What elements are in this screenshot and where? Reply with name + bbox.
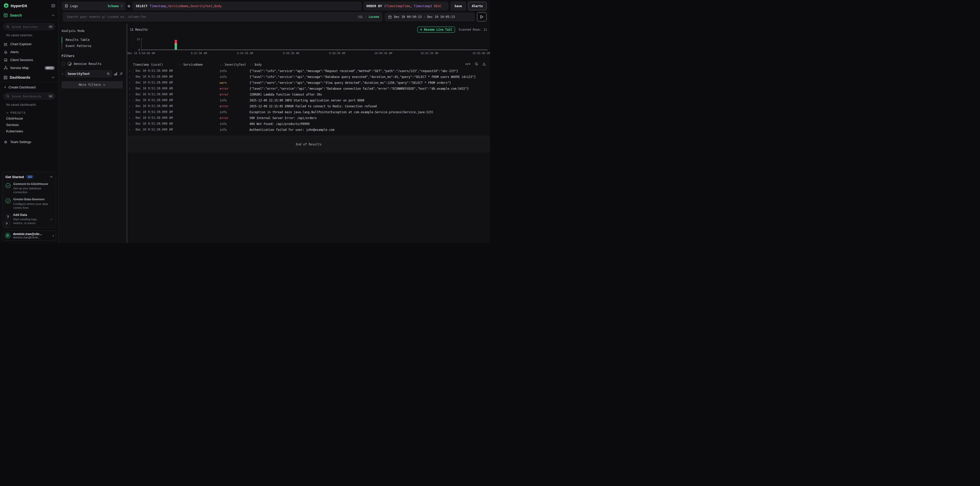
- presets-toggle[interactable]: PRESETS: [0, 108, 58, 115]
- get-started-header[interactable]: Get Started 2/3: [5, 175, 53, 179]
- histogram-bar[interactable]: [175, 39, 177, 49]
- row-expand-icon[interactable]: ›: [129, 93, 133, 96]
- table-row[interactable]: ›Dec 10 9:51:30.000 AMinfo{"level":"info…: [127, 74, 490, 80]
- column-header-body[interactable]: ⋮⋮Body: [250, 63, 490, 67]
- step-create-data-sources[interactable]: Create Data Sources Configure where your…: [5, 198, 53, 210]
- row-expand-icon[interactable]: ›: [129, 99, 133, 102]
- preset-kubernetes[interactable]: Kubernetes: [0, 128, 58, 134]
- y-axis-max-label: 12: [136, 38, 140, 41]
- mode-results-table[interactable]: Results Table: [62, 37, 123, 43]
- sidebar-item-label: Chart Explorer: [10, 42, 32, 46]
- create-dashboard-label: Create Dashboard: [8, 85, 35, 89]
- row-expand-icon[interactable]: ›: [129, 110, 133, 114]
- row-expand-icon[interactable]: ›: [129, 122, 133, 126]
- source-select[interactable]: Logs Schema: [62, 2, 126, 10]
- table-row[interactable]: ›Dec 10 9:51:30.000 AMerror2025-12-09 22…: [127, 103, 490, 109]
- wrap-text-icon[interactable]: [474, 62, 478, 66]
- row-expand-icon[interactable]: ›: [129, 87, 133, 91]
- saved-dashboards-input[interactable]: ⌘K: [3, 93, 55, 100]
- sidebar-item-client-sessions[interactable]: Client Sessions: [0, 56, 58, 64]
- table-row[interactable]: ›Dec 10 9:51:30.000 AMinfoException in t…: [127, 109, 490, 115]
- download-icon[interactable]: [482, 62, 486, 66]
- save-button[interactable]: Save: [451, 2, 466, 10]
- preset-services[interactable]: Services: [0, 122, 58, 128]
- saved-dashboards-field[interactable]: [11, 94, 46, 98]
- resume-live-tail-button[interactable]: Resume Live Tail: [417, 27, 455, 33]
- denoise-results-toggle[interactable]: Denoise Results: [62, 62, 123, 66]
- lucene-toggle[interactable]: Lucene: [369, 15, 379, 19]
- row-severity: info: [220, 69, 250, 73]
- chevron-up-icon[interactable]: [52, 14, 55, 16]
- row-expand-icon[interactable]: ›: [129, 75, 133, 79]
- live-tail-label: Resume Live Tail: [424, 28, 452, 32]
- row-body: {"level":"warn","service":"api","message…: [250, 81, 490, 84]
- search-icon[interactable]: [107, 72, 110, 75]
- pin-icon[interactable]: [119, 72, 123, 76]
- database-icon: [65, 4, 68, 8]
- step-connect-clickhouse[interactable]: Connect to ClickHouse Set up your databa…: [5, 182, 53, 194]
- row-expand-icon[interactable]: ›: [129, 128, 133, 132]
- sql-toggle[interactable]: SQL: [358, 15, 363, 19]
- column-header-severitytext[interactable]: ⋮⋮SeverityText: [220, 63, 250, 67]
- user-card[interactable]: D dominic.tran@clic... dominic.tran@clic…: [2, 231, 56, 241]
- row-body: 500 Internal Server Error: /api/orders: [250, 116, 490, 120]
- event-search-input[interactable]: [67, 15, 356, 19]
- row-severity: info: [220, 75, 250, 79]
- sidebar-item-chart-explorer[interactable]: Chart Explorer: [0, 40, 58, 48]
- orderby-input[interactable]: ORDER BY (TimestampTime, Timestamp) DESC: [364, 2, 449, 10]
- select-tokens: Timestamp,ServiceName,SeverityText,Body: [150, 4, 222, 8]
- source-settings-gear-icon[interactable]: ⚙: [128, 4, 130, 8]
- saved-searches-field[interactable]: [11, 25, 46, 29]
- dashboards-section-label: Dashboards: [10, 75, 49, 80]
- filter-field-pill[interactable]: SeverityText: [65, 70, 112, 77]
- drag-handle-icon[interactable]: ⋮⋮: [250, 64, 253, 66]
- sidebar-item-team-settings[interactable]: ⚙ Team Settings: [0, 138, 58, 146]
- collapse-sidebar-icon[interactable]: [51, 4, 55, 8]
- sidebar-section-dashboards[interactable]: Dashboards: [0, 73, 58, 82]
- checkbox-unchecked[interactable]: [62, 62, 65, 66]
- run-query-button[interactable]: [477, 12, 487, 21]
- table-row[interactable]: ›Dec 10 9:51:30.000 AMerror[ERROR] Lambd…: [127, 91, 490, 97]
- table-row[interactable]: ›Dec 10 9:51:30.000 AMerror{"level":"err…: [127, 86, 490, 91]
- bar-chart-icon[interactable]: [114, 72, 118, 76]
- drag-handle-icon[interactable]: ⋮⋮: [220, 64, 223, 66]
- alerts-button[interactable]: Alerts: [468, 2, 487, 10]
- chevron-up-icon[interactable]: [52, 76, 55, 78]
- sidebar-section-search[interactable]: Search: [0, 11, 58, 20]
- chevron-up-icon[interactable]: [50, 176, 53, 178]
- table-row[interactable]: ›Dec 10 9:51:30.000 AMinfo404 Not Found:…: [127, 121, 490, 127]
- code-icon[interactable]: </>: [465, 62, 470, 66]
- column-header-timestamp[interactable]: Timestamp (Local): [133, 63, 178, 67]
- create-dashboard-button[interactable]: + Create Dashboard: [0, 82, 58, 90]
- drag-handle-icon[interactable]: ⋮⋮: [178, 64, 182, 66]
- event-search-box[interactable]: SQL | Lucene: [63, 12, 382, 21]
- more-filters-button[interactable]: More filters: [62, 81, 123, 88]
- arrow-right-icon: →: [49, 217, 53, 221]
- table-row[interactable]: ›Dec 10 9:51:30.000 AMinfo{"level":"info…: [127, 68, 490, 74]
- x-axis-tick: [245, 49, 245, 51]
- row-expand-icon[interactable]: ›: [129, 116, 133, 120]
- step-desc: Set up your database connection: [13, 186, 53, 194]
- preset-clickhouse[interactable]: ClickHouse: [0, 115, 58, 122]
- sidebar-item-service-map[interactable]: Service Map BETA: [0, 64, 58, 72]
- help-button[interactable]: ?: [3, 220, 10, 227]
- table-row[interactable]: ›Dec 10 9:51:30.000 AMerror500 Internal …: [127, 115, 490, 121]
- chevron-right-icon[interactable]: ›: [62, 72, 64, 76]
- saved-searches-input[interactable]: ⌘K: [3, 23, 55, 30]
- table-row[interactable]: ›Dec 10 9:51:30.000 AMinfoAuthentication…: [127, 127, 490, 132]
- sidebar-item-alerts[interactable]: Alerts: [0, 48, 58, 56]
- query-token: DESC: [432, 4, 441, 8]
- chart-plot[interactable]: 12 0: [141, 39, 487, 50]
- row-expand-icon[interactable]: ›: [129, 81, 133, 84]
- column-header-servicename[interactable]: ⋮⋮ServiceName: [178, 63, 220, 67]
- select-query-input[interactable]: SELECT Timestamp,ServiceName,SeverityTex…: [132, 2, 361, 10]
- y-axis-min-label: 0: [137, 48, 140, 51]
- mode-event-patterns[interactable]: Event Patterns: [62, 43, 123, 49]
- row-expand-icon[interactable]: ›: [129, 69, 133, 73]
- select-chevrons-icon: [121, 5, 123, 7]
- table-row[interactable]: ›Dec 10 9:51:30.000 AMinfo2025-12-09 22:…: [127, 97, 490, 103]
- time-range-picker[interactable]: 1 Dec 10 09:50:13 - Dec 10 10:05:13: [385, 13, 475, 21]
- table-row[interactable]: ›Dec 10 9:51:30.000 AMwarn{"level":"warn…: [127, 80, 490, 86]
- step-add-data[interactable]: 3 Add Data Start sending logs, metrics, …: [5, 213, 53, 225]
- row-expand-icon[interactable]: ›: [129, 105, 133, 108]
